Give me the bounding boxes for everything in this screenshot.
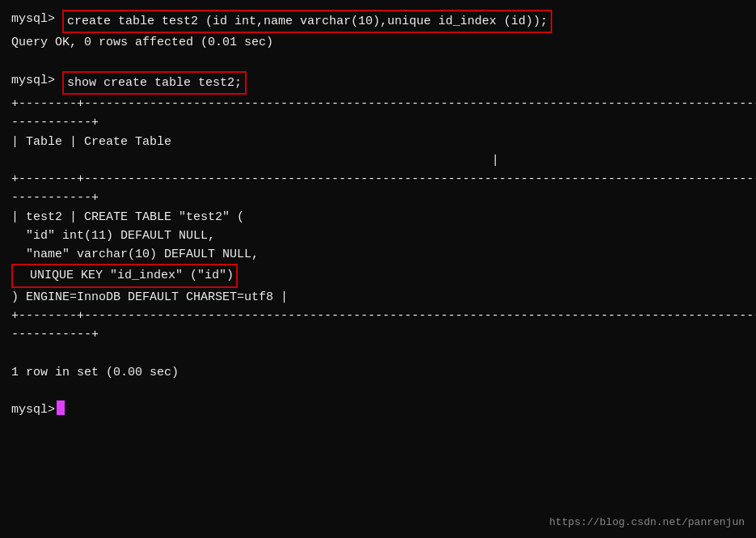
data-text-5: ) ENGINE=InnoDB DEFAULT CHARSET=utf8 | — [11, 288, 288, 307]
data-text-1: | test2 | CREATE TABLE "test2" ( — [11, 208, 244, 227]
blank-1 — [11, 53, 745, 71]
border-mid-2: -----------+ — [11, 189, 745, 207]
data-row-2: "id" int(11) DEFAULT NULL, — [11, 227, 745, 245]
border-top-1: +--------+------------------------------… — [11, 95, 745, 113]
command-line-2: mysql> show create table test2; — [11, 71, 745, 95]
border-mid-line-1: +--------+------------------------------… — [11, 170, 756, 189]
command-1-box: create table test2 (id int,name varchar(… — [62, 10, 552, 33]
header-continuation: | — [11, 151, 745, 170]
border-bot-1: +--------+------------------------------… — [11, 307, 745, 325]
command-line-1: mysql> create table test2 (id int,name v… — [11, 10, 745, 33]
unique-key-highlighted: UNIQUE KEY "id_index" ("id") — [11, 264, 238, 287]
blank-2 — [11, 344, 745, 362]
data-row-5: ) ENGINE=InnoDB DEFAULT CHARSET=utf8 | — [11, 288, 745, 307]
border-bot-2: -----------+ — [11, 325, 745, 344]
header-row: | Table | Create Table — [11, 133, 745, 151]
prompt-2: mysql> — [11, 71, 55, 90]
blank-3 — [11, 382, 745, 400]
result-text: 1 row in set (0.00 sec) — [11, 363, 179, 382]
border-top-2: -----------+ — [11, 113, 745, 132]
prompt-1: mysql> — [11, 10, 55, 28]
border-bot-line-1: +--------+------------------------------… — [11, 307, 756, 325]
border-mid-line-2: -----------+ — [11, 189, 99, 207]
header-cont-text: | — [11, 151, 499, 170]
prompt-final: mysql> — [11, 400, 55, 419]
border-line-2: -----------+ — [11, 113, 99, 132]
border-mid-1: +--------+------------------------------… — [11, 170, 745, 189]
final-prompt-line: mysql> — [11, 400, 745, 419]
result-line: 1 row in set (0.00 sec) — [11, 363, 745, 382]
data-row-4: UNIQUE KEY "id_index" ("id") — [11, 264, 745, 287]
border-bot-line-2: -----------+ — [11, 325, 99, 344]
watermark: https://blog.csdn.net/panrenjun — [549, 516, 745, 528]
data-row-3: "name" varchar(10) DEFAULT NULL, — [11, 245, 745, 264]
header-text: | Table | Create Table — [11, 133, 171, 151]
data-row-1: | test2 | CREATE TABLE "test2" ( — [11, 208, 745, 227]
output-line-1: Query OK, 0 rows affected (0.01 sec) — [11, 33, 745, 52]
terminal-window: mysql> create table test2 (id int,name v… — [0, 0, 756, 538]
data-text-3: "name" varchar(10) DEFAULT NULL, — [11, 245, 259, 264]
command-2-box: show create table test2; — [62, 71, 247, 95]
data-text-2: "id" int(11) DEFAULT NULL, — [11, 227, 215, 245]
cursor-blink — [57, 400, 65, 415]
query-ok-output: Query OK, 0 rows affected (0.01 sec) — [11, 33, 273, 52]
border-line-1: +--------+------------------------------… — [11, 95, 756, 113]
